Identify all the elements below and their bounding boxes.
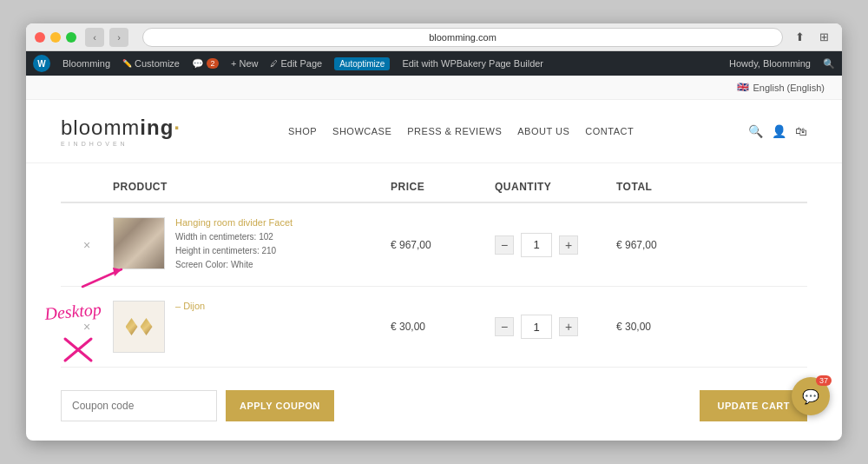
wpbakery-label: Edit with WPBakery Page Builder [402,58,543,69]
wpbakery-item[interactable]: Edit with WPBakery Page Builder [402,58,543,69]
new-item[interactable]: + New [231,58,258,69]
price-1: € 967,00 [391,239,495,251]
traffic-lights [35,32,76,43]
col-total: Total [616,181,720,193]
product-info-2: – Dijon [113,301,391,353]
qty-input-2[interactable] [521,315,552,339]
browser-window: ‹ › bloomming.com ⬆ ⊞ W Bloomming ✏️ Cus… [26,23,842,441]
logo-area: bloomming· EINDHOVEN [61,116,181,147]
language-label: English (English) [753,83,825,93]
product-meta-1: Width in centimeters: 102 Height in cent… [175,230,293,272]
qty-input-1[interactable] [521,233,552,257]
product-thumbnail-1[interactable] [113,217,165,269]
qty-plus-1[interactable]: + [559,235,578,255]
maximize-button[interactable] [66,32,76,43]
minimize-button[interactable] [50,32,61,43]
site-name-item[interactable]: Bloomming [62,58,110,69]
qty-minus-2[interactable]: − [495,317,514,336]
browser-titlebar: ‹ › bloomming.com ⬆ ⊞ [26,23,842,51]
product-details-1: Hanging room divider Facet Width in cent… [175,217,293,272]
nav-press-reviews[interactable]: PRESS & REVIEWS [407,126,502,136]
account-icon[interactable]: 👤 [772,124,786,138]
site-header: bloomming· EINDHOVEN SHOP SHOWCASE PRESS… [26,100,842,163]
comments-badge: 2 [207,58,219,69]
price-2: € 30,00 [391,321,495,333]
wp-logo-text: W [37,59,45,69]
language-selector[interactable]: 🇬🇧 English (English) [737,82,825,93]
qty-control-2: − + [495,315,616,339]
comments-item[interactable]: 💬 2 [192,58,219,70]
cart-icon[interactable]: 🛍 [795,124,807,138]
edit-page-label: Edit Page [280,58,322,69]
share-button[interactable]: ⬆ [790,28,809,47]
cart-footer: APPLY COUPON UPDATE CART [61,381,807,421]
nav-about-us[interactable]: ABOUT US [517,126,569,136]
apply-coupon-button[interactable]: APPLY COUPON [226,390,334,421]
back-button[interactable]: ‹ [85,28,104,47]
cart-table-header: Product Price Quantity Total [61,172,807,203]
nav-shop[interactable]: SHOP [288,126,317,136]
nav-icons: 🔍 👤 🛍 [748,124,807,138]
new-label: New [239,58,258,69]
qty-control-1: − + [495,233,616,257]
qty-plus-2[interactable]: + [559,317,578,336]
remove-item-2[interactable]: × [61,320,113,334]
col-product: Product [113,181,391,193]
qty-minus-1[interactable]: − [495,235,514,255]
autoptimize-item[interactable]: Autoptimize [334,57,390,70]
remove-item-1[interactable]: × [61,238,113,252]
chat-badge: 37 [816,375,832,386]
cart-content: Product Price Quantity Total × Hanging r… [26,163,842,439]
product-thumbnail-2[interactable] [113,301,165,353]
col-quantity: Quantity [495,181,616,193]
edit-page-item[interactable]: 🖊 Edit Page [270,58,322,69]
nav-contact[interactable]: CONTACT [585,126,634,136]
total-2: € 30,00 [616,321,720,333]
coupon-input[interactable] [61,390,217,421]
product-name-2[interactable]: – Dijon [175,301,205,311]
howdy-item: Howdy, Bloomming [729,58,811,69]
close-button[interactable] [35,32,45,43]
language-bar: 🇬🇧 English (English) [26,76,842,100]
chat-icon: 💬 [802,388,819,405]
howdy-label: Howdy, Bloomming [729,58,811,69]
site-name-label: Bloomming [62,58,110,69]
col-remove [61,181,113,193]
site-nav: SHOP SHOWCASE PRESS & REVIEWS ABOUT US C… [288,126,634,136]
logo-text[interactable]: bloomming· [61,116,181,140]
coupon-area: APPLY COUPON [61,390,334,421]
flag-icon: 🇬🇧 [737,82,749,93]
customize-label: Customize [135,58,180,69]
product-name-1[interactable]: Hanging room divider Facet [175,217,293,228]
customize-item[interactable]: ✏️ Customize [122,58,180,69]
url-text: bloomming.com [429,32,496,43]
logo-sub: EINDHOVEN [61,141,181,147]
wp-logo[interactable]: W [33,55,50,72]
autoptimize-label: Autoptimize [334,57,390,70]
new-tab-button[interactable]: ⊞ [814,28,833,47]
forward-button[interactable]: › [109,28,128,47]
browser-actions: ⬆ ⊞ [790,28,833,47]
address-bar[interactable]: bloomming.com [142,28,783,47]
product-details-2: – Dijon [175,301,205,314]
col-price: Price [391,181,495,193]
total-1: € 967,00 [616,239,720,251]
browser-nav: ‹ › [85,28,128,47]
table-row: × – Dijon € 30,00 − + € 30,00 [61,287,807,368]
table-row: × Hanging room divider Facet Width in ce… [61,203,807,287]
search-icon[interactable]: 🔍 [748,124,763,138]
wp-search-item[interactable]: 🔍 [823,58,835,70]
product-info-1: Hanging room divider Facet Width in cent… [113,217,391,272]
chat-widget[interactable]: 💬 37 [792,377,830,415]
nav-showcase[interactable]: SHOWCASE [332,126,391,136]
wp-admin-bar: W Bloomming ✏️ Customize 💬 2 + New 🖊 Edi… [26,51,842,76]
